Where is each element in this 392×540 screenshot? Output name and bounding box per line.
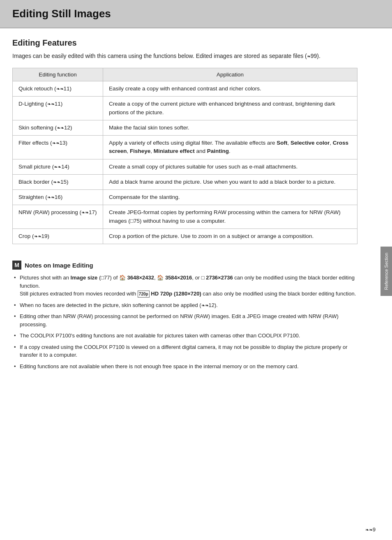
table-row: Small picture (❧❧14) Create a small copy… xyxy=(13,159,357,174)
reference-section-label: Reference Section xyxy=(384,253,389,290)
table-row: Straighten (❧❧16) Compensate for the sla… xyxy=(13,190,357,205)
list-item: Editing functions are not available when… xyxy=(12,362,357,371)
notes-list: Pictures shot with an Image size (□77) o… xyxy=(12,274,357,370)
table-cell-application: Make the facial skin tones softer. xyxy=(103,120,357,135)
section-title: Editing Features xyxy=(12,38,357,48)
table-cell-function: Straighten (❧❧16) xyxy=(13,190,103,205)
table-row: D-Lighting (❧❧11) Create a copy of the c… xyxy=(13,97,357,120)
reference-section-tab: Reference Section xyxy=(380,247,392,296)
page-number: ❧❧9 xyxy=(365,526,376,533)
list-item: Pictures shot with an Image size (□77) o… xyxy=(12,274,357,298)
main-content: Editing Features Images can be easily ed… xyxy=(0,28,370,388)
table-cell-function: D-Lighting (❧❧11) xyxy=(13,97,103,120)
table-row: Skin softening (❧❧12) Make the facial sk… xyxy=(13,120,357,135)
notes-title-text: Notes on Image Editing xyxy=(25,262,93,269)
table-row: NRW (RAW) processing (❧❧17) Create JPEG-… xyxy=(13,205,357,229)
table-cell-application: Add a black frame around the picture. Us… xyxy=(103,174,357,189)
table-cell-function: Quick retouch (❧❧11) xyxy=(13,81,103,97)
table-cell-application: Crop a portion of the picture. Use to zo… xyxy=(103,228,357,244)
page-header: Editing Still Images xyxy=(0,0,392,28)
page-title: Editing Still Images xyxy=(12,7,380,20)
intro-text: Images can be easily edited with this ca… xyxy=(12,52,357,60)
list-item: When no faces are detected in the pictur… xyxy=(12,301,357,309)
table-cell-function: Black border (❧❧15) xyxy=(13,174,103,189)
table-row: Black border (❧❧15) Add a black frame ar… xyxy=(13,174,357,189)
table-row: Crop (❧❧19) Crop a portion of the pictur… xyxy=(13,228,357,244)
table-cell-function: Crop (❧❧19) xyxy=(13,228,103,244)
table-row: Quick retouch (❧❧11) Easily create a cop… xyxy=(13,81,357,97)
table-header-function: Editing function xyxy=(13,68,103,81)
table-cell-function: Filter effects (❧❧13) xyxy=(13,136,103,159)
table-header-application: Application xyxy=(103,68,357,81)
table-cell-application: Easily create a copy with enhanced contr… xyxy=(103,81,357,97)
table-cell-application: Create JPEG-format copies by performing … xyxy=(103,205,357,229)
list-item: The COOLPIX P7100's editing functions ar… xyxy=(12,332,357,340)
table-cell-function: NRW (RAW) processing (❧❧17) xyxy=(13,205,103,229)
table-cell-function: Skin softening (❧❧12) xyxy=(13,120,103,135)
notes-title: M Notes on Image Editing xyxy=(12,261,357,270)
list-item: Editing other than NRW (RAW) processing … xyxy=(12,312,357,328)
table-cell-application: Compensate for the slanting. xyxy=(103,190,357,205)
table-cell-application: Create a small copy of pictures suitable… xyxy=(103,159,357,174)
list-item: If a copy created using the COOLPIX P710… xyxy=(12,343,357,359)
page-number-text: ❧❧9 xyxy=(365,526,376,533)
editing-table: Editing function Application Quick retou… xyxy=(12,68,357,244)
table-cell-application: Create a copy of the current picture wit… xyxy=(103,97,357,120)
notes-icon: M xyxy=(12,261,21,270)
notes-box: M Notes on Image Editing Pictures shot w… xyxy=(12,256,357,378)
table-cell-application: Apply a variety of effects using digital… xyxy=(103,136,357,159)
table-row: Filter effects (❧❧13) Apply a variety of… xyxy=(13,136,357,159)
table-cell-function: Small picture (❧❧14) xyxy=(13,159,103,174)
